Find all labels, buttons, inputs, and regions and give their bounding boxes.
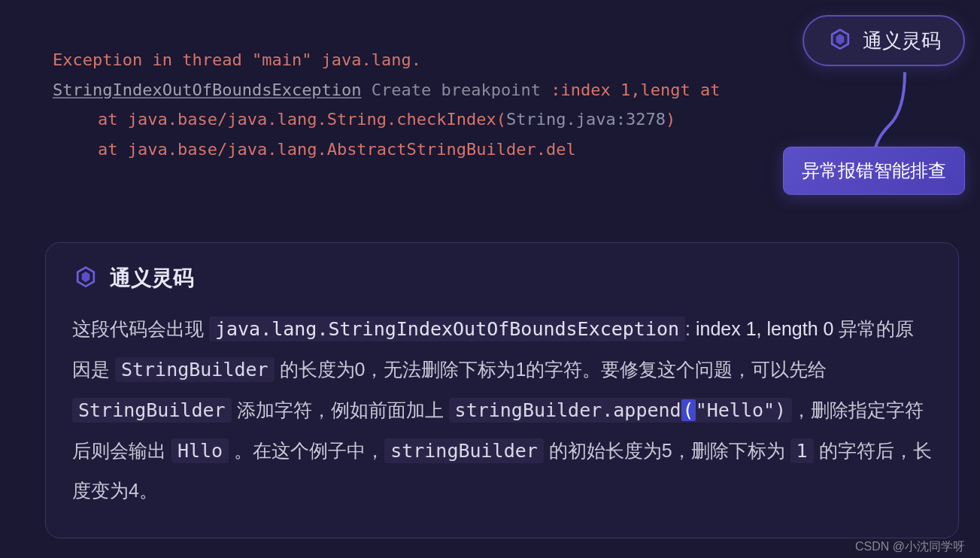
output-code: Hllo: [171, 438, 229, 463]
stack-method-2: at java.base/java.lang.AbstractStringBui…: [98, 140, 576, 159]
ai-explanation-panel: 通义灵码 这段代码会出现 java.lang.StringIndexOutOfB…: [45, 242, 959, 538]
exception-detail-line: StringIndexOutOfBoundsException Create b…: [53, 75, 927, 105]
stringbuilder-code-3: stringBuilder: [384, 438, 544, 463]
text-segment: 的长度为0，无法删除下标为1的字符。要修复这个问题，可以先给: [275, 359, 827, 380]
exception-message: :index 1,lengt at: [551, 80, 720, 99]
ai-panel-header: 通义灵码: [72, 264, 932, 293]
append-code: stringBuilder.append("Hello"): [449, 398, 793, 423]
tongyi-button-label: 通义灵码: [863, 28, 941, 54]
exception-header-line: Exception in thread "main" java.lang.: [53, 45, 927, 75]
csdn-watermark: CSDN @小沈同学呀: [855, 539, 965, 555]
smart-debug-label: 异常报错智能排查: [802, 160, 946, 180]
ai-explanation-text: 这段代码会出现 java.lang.StringIndexOutOfBounds…: [72, 309, 932, 511]
text-segment: :: [685, 318, 690, 339]
tongyi-lingma-button[interactable]: 通义灵码: [803, 15, 965, 66]
stack-method-1: at java.base/java.lang.String.checkIndex…: [98, 110, 506, 129]
stack-location-link-1[interactable]: String.java:3278: [506, 110, 666, 129]
connector-line-icon: [860, 72, 920, 155]
text-segment: 的初始长度为5，删除下标为: [544, 440, 790, 461]
create-breakpoint-action[interactable]: Create breakpoint: [362, 80, 551, 99]
smart-debug-button[interactable]: 异常报错智能排查: [783, 147, 965, 195]
stringbuilder-code-2: StringBuilder: [72, 398, 232, 423]
stack-paren-close: ): [666, 110, 675, 129]
text-segment: 这段代码会出现: [72, 318, 209, 339]
text-segment: 。在这个例子中，: [229, 440, 384, 461]
tongyi-logo-icon: [827, 27, 854, 54]
exception-text: Exception in thread "main" java.lang.: [53, 50, 421, 69]
index-code: 1: [790, 438, 814, 463]
stringbuilder-code: StringBuilder: [115, 357, 275, 382]
stack-frame-1: at java.base/java.lang.String.checkIndex…: [53, 105, 927, 135]
exception-class-code: java.lang.StringIndexOutOfBoundsExceptio…: [209, 317, 685, 341]
ai-panel-title: 通义灵码: [110, 264, 194, 293]
exception-detail-code: index 1, length 0: [696, 318, 833, 339]
highlighted-paren: (: [681, 399, 696, 421]
text-segment: 添加字符，例如前面加上: [232, 399, 449, 420]
exception-class-link[interactable]: StringIndexOutOfBoundsException: [53, 80, 362, 99]
ai-panel-logo-icon: [72, 265, 99, 292]
